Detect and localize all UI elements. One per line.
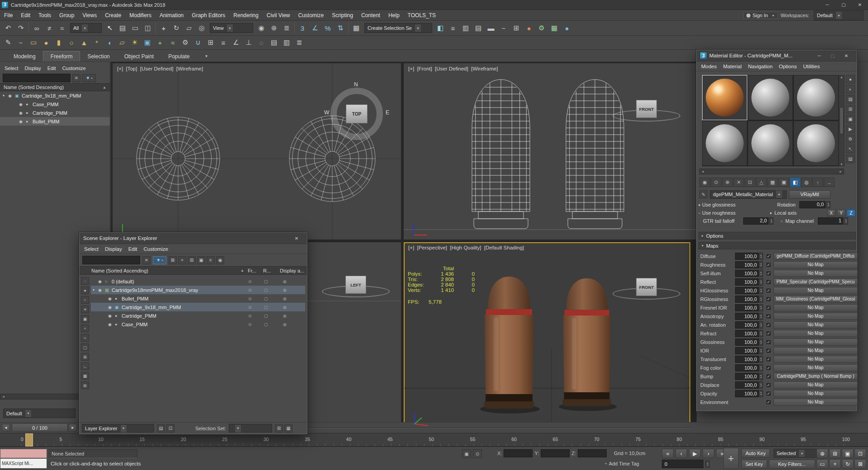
- map-channel-spinner[interactable]: ▴▾: [844, 217, 848, 225]
- select-and-link-icon[interactable]: ∞: [30, 22, 43, 34]
- teapot-icon[interactable]: ◖: [103, 37, 116, 48]
- zoom-icon[interactable]: ⊕: [816, 449, 828, 458]
- map-enable-checkbox[interactable]: ✓: [766, 305, 771, 310]
- percent-snap-icon[interactable]: %: [321, 22, 334, 34]
- map-channel-field[interactable]: 1: [818, 217, 843, 225]
- render-cell-icon[interactable]: ▢: [264, 305, 268, 310]
- map-amount-spinner[interactable]: ▴▾: [759, 304, 763, 311]
- active-layer-combo[interactable]: Default▼: [3, 409, 75, 418]
- rotation-spinner[interactable]: ▴▾: [826, 201, 830, 208]
- select-and-manipulate-icon[interactable]: ⊕: [268, 22, 280, 34]
- selection-lock-toggle-icon[interactable]: ⊙: [473, 449, 482, 458]
- viewcube-left[interactable]: LEFT: [322, 272, 390, 306]
- map-amount-field[interactable]: 100,0: [735, 278, 759, 286]
- viewport-perspective[interactable]: [+] [Perspective] [High Quality] [Defaul…: [404, 242, 690, 431]
- window-crossing-toggle-icon[interactable]: ◫: [142, 22, 154, 34]
- maxscript-mini-listener[interactable]: MAXScript Mi...: [0, 458, 47, 469]
- filter-funnel-icon[interactable]: ▼▾: [82, 74, 96, 82]
- explorer-menu-item[interactable]: Display: [105, 246, 122, 252]
- visibility-eye-icon[interactable]: ◉: [8, 94, 15, 98]
- select-and-scale-icon[interactable]: ▱: [183, 22, 195, 34]
- map-button[interactable]: No Map: [774, 330, 858, 337]
- bones-filter-icon[interactable]: ∟: [81, 362, 89, 370]
- pick-material-dropper-icon[interactable]: ✎: [699, 190, 708, 198]
- layer-tree-row[interactable]: ◉ ▣ Cartridge_9x18_mm_PMM ⊙ ▢ ◍: [91, 303, 305, 311]
- angle-snap-icon[interactable]: ∠: [309, 22, 321, 34]
- snaps-toggle-icon[interactable]: 3: [296, 22, 309, 34]
- map-amount-spinner[interactable]: ▴▾: [759, 330, 763, 337]
- name-column-header[interactable]: Name (Sorted Descending)▲: [0, 83, 110, 91]
- paint-select-icon[interactable]: ✎: [2, 37, 14, 48]
- visibility-eye-icon[interactable]: ◉: [108, 305, 115, 310]
- map-button[interactable]: No Map: [774, 304, 858, 311]
- spinner-snap-icon[interactable]: ⇅: [334, 22, 347, 34]
- local-axis-radio[interactable]: ●: [768, 211, 774, 215]
- menu-item[interactable]: Modifiers: [125, 11, 156, 20]
- visibility-eye-icon[interactable]: ◉: [108, 296, 115, 301]
- show-end-result-icon[interactable]: ◍: [801, 178, 812, 187]
- visibility-eye-icon[interactable]: ◉: [108, 314, 115, 318]
- material-editor-menu-item[interactable]: Modes: [701, 64, 717, 69]
- map-button[interactable]: No Map: [774, 261, 858, 268]
- layer-tree-row[interactable]: ◉ ● Cartridge_PMM ⊙ ▢ ◍: [91, 311, 305, 320]
- frozen-cell-icon[interactable]: ⊙: [248, 314, 252, 318]
- map-channel-radio[interactable]: ○: [779, 219, 784, 223]
- map-amount-spinner[interactable]: ▴▾: [759, 381, 763, 389]
- minimize-icon[interactable]: ─: [812, 50, 826, 61]
- frozen-cell-icon[interactable]: ⊙: [248, 279, 252, 284]
- make-material-copy-icon[interactable]: ⊡: [745, 178, 755, 187]
- frozen-cell-icon[interactable]: ⊙: [248, 322, 252, 327]
- compass-east-label[interactable]: E: [386, 109, 389, 116]
- map-button[interactable]: No Map: [774, 399, 858, 406]
- panel-menu-item[interactable]: Edit: [47, 66, 56, 71]
- reset-map-icon[interactable]: ✕: [733, 178, 744, 187]
- menu-item[interactable]: Edit: [17, 11, 34, 20]
- display-cell-icon[interactable]: ◍: [283, 296, 287, 301]
- menu-item[interactable]: Tools: [34, 11, 55, 20]
- map-enable-checkbox[interactable]: ✓: [766, 314, 771, 319]
- title-bar[interactable]: 3 Cartridge9x18mmPMM_max2018_vray.max - …: [0, 0, 868, 10]
- map-amount-field[interactable]: 100,0: [735, 330, 759, 337]
- menu-item[interactable]: Customize: [294, 11, 328, 20]
- select-object-icon[interactable]: ↖: [104, 22, 116, 34]
- play-icon[interactable]: ▶: [689, 449, 701, 458]
- create-new-layer-icon[interactable]: +: [178, 256, 186, 264]
- render-cell-icon[interactable]: ▢: [264, 322, 268, 327]
- map-amount-field[interactable]: 100,0: [735, 390, 759, 397]
- expand-arrow-icon[interactable]: ▾: [93, 288, 98, 292]
- selection-filter-combo[interactable]: All▼: [70, 23, 102, 33]
- map-enable-checkbox[interactable]: ✓: [766, 374, 771, 379]
- compass-west-label[interactable]: W: [324, 109, 329, 116]
- menu-item[interactable]: Civil View: [263, 11, 294, 20]
- sphere-icon[interactable]: ●: [40, 37, 52, 48]
- minimize-button[interactable]: ─: [819, 0, 835, 9]
- render-setup-icon[interactable]: ⚙: [535, 22, 548, 34]
- render-cell-icon[interactable]: ▢: [264, 279, 268, 284]
- rendered-frame-window-icon[interactable]: ▦: [548, 22, 561, 34]
- render-cell-icon[interactable]: ▢: [264, 296, 268, 301]
- clear-search-icon[interactable]: ✕: [72, 74, 80, 82]
- viewcube-face[interactable]: FRONT: [636, 278, 657, 296]
- menu-item[interactable]: Scripting: [328, 11, 357, 20]
- map-enable-checkbox[interactable]: ✓: [766, 348, 771, 353]
- spacewarp-icon[interactable]: ≈: [166, 37, 179, 48]
- box-icon[interactable]: ▭: [27, 37, 40, 48]
- map-button[interactable]: No Map: [774, 390, 858, 397]
- viewport-front[interactable]: [+] [Front] [User Defined] [Wireframe]: [404, 63, 697, 240]
- expand-arrow-icon[interactable]: ▾: [3, 94, 8, 98]
- systems-icon[interactable]: ⚙: [179, 37, 192, 48]
- bind-to-space-warp-icon[interactable]: ≈: [56, 22, 68, 34]
- select-by-set-icon[interactable]: ▦: [284, 424, 292, 432]
- workspace-combo[interactable]: Default▼: [814, 10, 863, 20]
- backlight-icon[interactable]: ◐: [846, 85, 855, 94]
- layer-columns-header[interactable]: Name (Sorted Ascending) ▲ Fr... R... Dis…: [80, 266, 307, 275]
- layer-tree-row[interactable]: ◉ ● Bullet_PMM ⊙ ▢ ◍: [91, 294, 305, 303]
- menu-item[interactable]: File: [0, 11, 17, 20]
- snap-magnet-icon[interactable]: ∪: [192, 37, 204, 48]
- viewport-front-label[interactable]: [+] [Front] [User Defined] [Wireframe]: [408, 66, 498, 71]
- map-amount-spinner[interactable]: ▴▾: [759, 373, 763, 380]
- map-enable-checkbox[interactable]: ✓: [766, 322, 771, 328]
- display-cell-icon[interactable]: ◍: [283, 314, 287, 318]
- select-by-name-icon[interactable]: ▤: [116, 22, 129, 34]
- normal-align-icon[interactable]: ⊥: [242, 37, 255, 48]
